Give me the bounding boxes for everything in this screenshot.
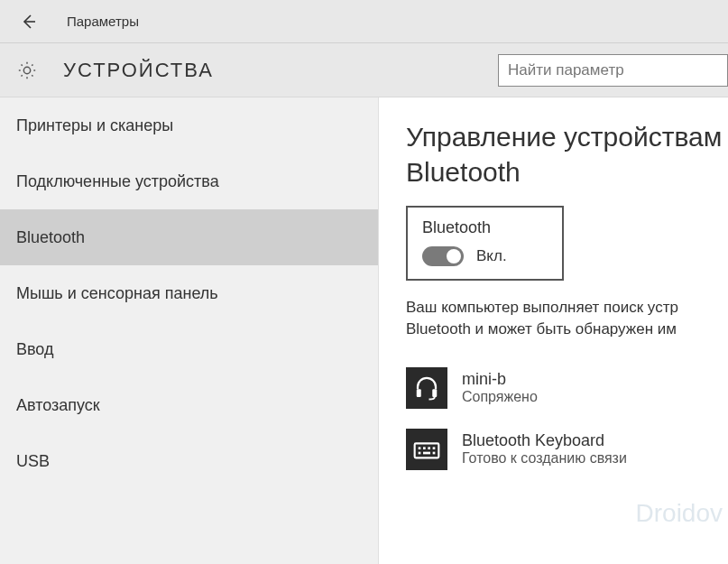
toggle-knob (447, 249, 461, 264)
svg-rect-2 (415, 443, 439, 458)
section-title: УСТРОЙСТВА (63, 59, 214, 82)
device-info: mini-b Сопряжено (462, 370, 538, 405)
header: УСТРОЙСТВА (0, 43, 728, 97)
svg-rect-7 (419, 451, 421, 454)
sidebar-item-label: USB (16, 452, 50, 471)
device-name: mini-b (462, 370, 538, 389)
device-name: Bluetooth Keyboard (462, 431, 627, 450)
svg-rect-4 (423, 447, 426, 449)
page-title: Управление устройствам Bluetooth (406, 119, 728, 190)
sidebar-item-mouse[interactable]: Мышь и сенсорная панель (0, 265, 378, 321)
sidebar-item-label: Ввод (16, 340, 53, 359)
sidebar: Принтеры и сканеры Подключенные устройст… (0, 97, 379, 564)
sidebar-item-usb[interactable]: USB (0, 433, 378, 489)
sidebar-item-printers[interactable]: Принтеры и сканеры (0, 97, 378, 153)
window-title: Параметры (67, 14, 139, 29)
heading-line-2: Bluetooth (406, 157, 521, 187)
toggle-label: Bluetooth (422, 218, 548, 237)
gear-icon (16, 60, 38, 81)
device-status: Готово к созданию связи (462, 450, 627, 467)
sidebar-item-typing[interactable]: Ввод (0, 321, 378, 377)
svg-rect-3 (419, 447, 421, 449)
svg-rect-8 (423, 451, 430, 454)
headset-icon (406, 367, 447, 409)
device-info: Bluetooth Keyboard Готово к созданию свя… (462, 431, 627, 467)
heading-line-1: Управление устройствам (406, 122, 722, 152)
description-text: Ваш компьютер выполняет поиск устр Bluet… (406, 297, 728, 340)
arrow-left-icon (20, 13, 38, 31)
svg-rect-5 (428, 447, 430, 449)
toggle-state-label: Вкл. (476, 247, 507, 265)
sidebar-item-label: Мышь и сенсорная панель (16, 284, 218, 303)
sidebar-item-label: Принтеры и сканеры (16, 116, 173, 135)
sidebar-item-autoplay[interactable]: Автозапуск (0, 377, 378, 433)
svg-rect-6 (433, 447, 436, 449)
bluetooth-toggle[interactable] (422, 246, 464, 266)
titlebar: Параметры (0, 0, 728, 43)
bluetooth-toggle-box: Bluetooth Вкл. (406, 206, 564, 281)
sidebar-item-label: Bluetooth (16, 228, 85, 247)
desc-line-2: Bluetooth и может быть обнаружен им (406, 320, 677, 337)
sidebar-item-connected-devices[interactable]: Подключенные устройства (0, 153, 378, 209)
sidebar-item-label: Автозапуск (16, 396, 100, 415)
sidebar-item-bluetooth[interactable]: Bluetooth (0, 209, 378, 265)
back-button[interactable] (16, 9, 41, 34)
watermark: Droidov (636, 499, 723, 528)
search-input[interactable] (498, 54, 728, 87)
sidebar-item-label: Подключенные устройства (16, 172, 219, 191)
device-status: Сопряжено (462, 389, 538, 405)
device-item[interactable]: Bluetooth Keyboard Готово к созданию свя… (406, 429, 728, 470)
svg-rect-0 (417, 389, 421, 397)
toggle-row: Вкл. (422, 246, 548, 266)
desc-line-1: Ваш компьютер выполняет поиск устр (406, 299, 678, 316)
svg-rect-9 (433, 451, 436, 454)
keyboard-icon (406, 429, 447, 470)
device-item[interactable]: mini-b Сопряжено (406, 367, 728, 409)
svg-rect-1 (432, 389, 437, 397)
body: Принтеры и сканеры Подключенные устройст… (0, 97, 728, 564)
content-pane: Управление устройствам Bluetooth Bluetoo… (379, 97, 728, 564)
device-list: mini-b Сопряжено (406, 367, 728, 470)
